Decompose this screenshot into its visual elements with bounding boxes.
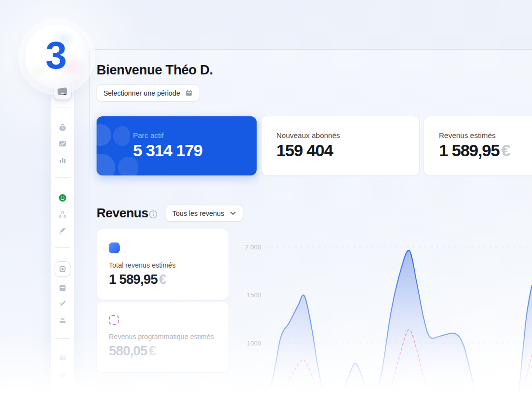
- dashed-series-swatch: [109, 315, 119, 325]
- stat-value: 5 314 179: [133, 142, 257, 160]
- network-nodes-icon: [58, 210, 66, 219]
- revenue-filter-dropdown[interactable]: Tous les revenus: [166, 205, 243, 221]
- step-badge: 3: [25, 25, 89, 89]
- euro-symbol: €: [149, 344, 156, 358]
- magic-wand-icon: [59, 300, 66, 308]
- server-list-icon: [59, 354, 66, 362]
- stat-card-revenus-estimes: Revenus estimés 1 589,95€: [424, 116, 532, 175]
- smiley-icon: [58, 194, 66, 202]
- decorative-blob: [118, 157, 138, 175]
- page-title: Bienvenue Théo D.: [97, 63, 213, 78]
- stat-label: Revenus estimés: [439, 131, 532, 139]
- stat-card-parc-actif: Parc actif 5 314 179: [97, 116, 257, 175]
- stat-value: 159 404: [276, 142, 419, 160]
- period-selector-button[interactable]: Selectionner une période: [97, 85, 200, 101]
- sidebar-item-devices[interactable]: [59, 316, 66, 324]
- revenue-section-title: Revenus: [97, 206, 148, 221]
- revenue-area-chart: 2 00015001000: [234, 232, 532, 414]
- sidebar-item-boost[interactable]: [58, 227, 66, 235]
- stat-label: Nouveaux abonnés: [276, 131, 419, 139]
- stat-card-nouveaux-abonnes: Nouveaux abonnés 159 404: [262, 116, 419, 175]
- legend-card-programmatique[interactable]: Revenus programmatique estimés 580,05€: [97, 302, 229, 372]
- svg-text:2 000: 2 000: [245, 243, 261, 251]
- period-selector-label: Selectionner une période: [103, 89, 180, 97]
- organization-icon: [59, 371, 66, 379]
- stat-value: 1 589,95€: [439, 142, 532, 160]
- revenue-filter-selected: Tous les revenus: [172, 209, 224, 217]
- sidebar-item-analytics[interactable]: [58, 139, 66, 148]
- sidebar-item-servers[interactable]: [59, 354, 66, 362]
- decorative-blob: [97, 154, 115, 175]
- sidebar-divider: [55, 247, 70, 248]
- euro-symbol: €: [501, 141, 510, 160]
- bar-chart-icon: [58, 156, 66, 164]
- comet-icon: [58, 227, 66, 235]
- legend-value: 1 589,95€: [109, 272, 229, 287]
- step-number: 3: [45, 36, 66, 74]
- sidebar-divider: [55, 177, 70, 178]
- sidebar-divider: [55, 338, 70, 339]
- sidebar-item-organization[interactable]: [59, 371, 66, 379]
- sidebar-divider: [55, 107, 70, 107]
- sidebar-item-calendar[interactable]: [59, 284, 66, 292]
- euro-symbol: €: [159, 272, 166, 287]
- svg-text:1000: 1000: [247, 340, 261, 347]
- router-icon: [59, 316, 66, 324]
- chart-canvas: 2 00015001000: [234, 232, 532, 414]
- legend-label: Total revenus estimés: [109, 261, 229, 269]
- decorative-blob: [113, 126, 130, 146]
- sidebar-item-stats[interactable]: [58, 156, 66, 164]
- svg-text:$: $: [62, 126, 64, 130]
- svg-text:1500: 1500: [247, 291, 261, 299]
- blue-series-swatch: [109, 242, 120, 253]
- info-icon[interactable]: [149, 210, 158, 219]
- sidebar: $: [51, 74, 74, 403]
- trend-chart-icon: [58, 139, 66, 148]
- sidebar-add-button[interactable]: [55, 261, 70, 277]
- legend-card-total-revenus[interactable]: Total revenus estimés 1 589,95€: [97, 229, 229, 300]
- sidebar-item-tools[interactable]: [59, 300, 66, 308]
- add-box-icon: [59, 265, 66, 273]
- sidebar-item-revenue[interactable]: $: [58, 123, 66, 132]
- calendar-icon: [59, 284, 66, 292]
- money-bag-icon: $: [58, 123, 66, 132]
- calendar-icon: [185, 89, 193, 97]
- sidebar-item-network[interactable]: [58, 210, 66, 219]
- legend-value: 580,05€: [109, 344, 229, 359]
- chevron-down-icon: [230, 211, 236, 215]
- sidebar-item-satisfaction[interactable]: [58, 194, 66, 202]
- stat-label: Parc actif: [133, 131, 257, 139]
- legend-label: Revenus programmatique estimés: [109, 333, 229, 341]
- decorative-blob: [97, 124, 111, 146]
